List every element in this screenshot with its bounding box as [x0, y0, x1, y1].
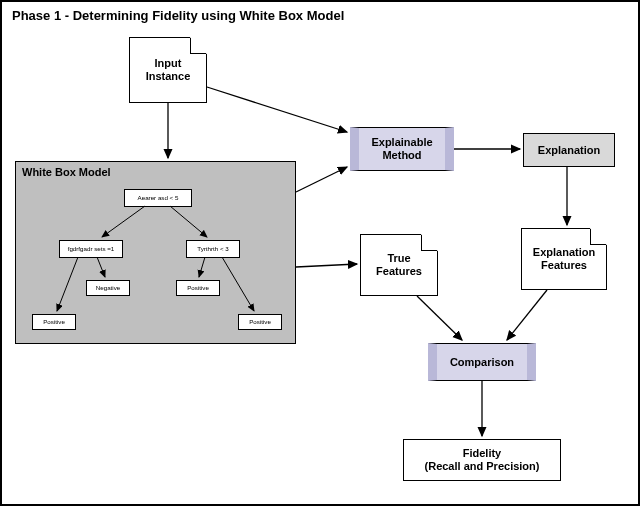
svg-line-3	[296, 167, 347, 192]
white-box-model-title: White Box Model	[22, 166, 111, 178]
tree-root: Aearer asd < 5	[124, 189, 192, 207]
white-box-model-container: White Box Model Aearer asd < 5 fgdrfgadr…	[15, 161, 296, 344]
node-fidelity-label: Fidelity(Recall and Precision)	[425, 447, 540, 472]
node-explanation-features: ExplanationFeatures	[521, 228, 607, 290]
node-fidelity: Fidelity(Recall and Precision)	[403, 439, 561, 481]
node-explainable-method: ExplainableMethod	[350, 127, 454, 171]
tree-right-split: Tyrthrth < 3	[186, 240, 240, 258]
tree-right-leaf1: Positive	[176, 280, 220, 296]
node-comparison-label: Comparison	[450, 356, 514, 369]
diagram-title: Phase 1 - Determining Fidelity using Whi…	[12, 8, 344, 23]
diagram-canvas: Phase 1 - Determining Fidelity using Whi…	[0, 0, 640, 506]
node-explanation-features-label: ExplanationFeatures	[533, 246, 595, 271]
node-true-features: TrueFeatures	[360, 234, 438, 296]
tree-left-leaf2: Negative	[86, 280, 130, 296]
node-true-features-label: TrueFeatures	[376, 252, 422, 277]
node-explanation: Explanation	[523, 133, 615, 167]
svg-line-6	[296, 264, 357, 267]
node-input-instance: InputInstance	[129, 37, 207, 103]
tree-left-split: fgdrfgadr sets =1	[59, 240, 123, 258]
svg-line-2	[207, 87, 347, 132]
tree-right-leaf2: Positive	[238, 314, 282, 330]
svg-line-7	[417, 296, 462, 340]
node-explanation-label: Explanation	[538, 144, 600, 157]
tree-left-leaf1: Positive	[32, 314, 76, 330]
svg-line-8	[507, 290, 547, 340]
node-input-instance-label: InputInstance	[146, 57, 191, 82]
node-explainable-method-label: ExplainableMethod	[371, 136, 432, 161]
node-comparison: Comparison	[428, 343, 536, 381]
